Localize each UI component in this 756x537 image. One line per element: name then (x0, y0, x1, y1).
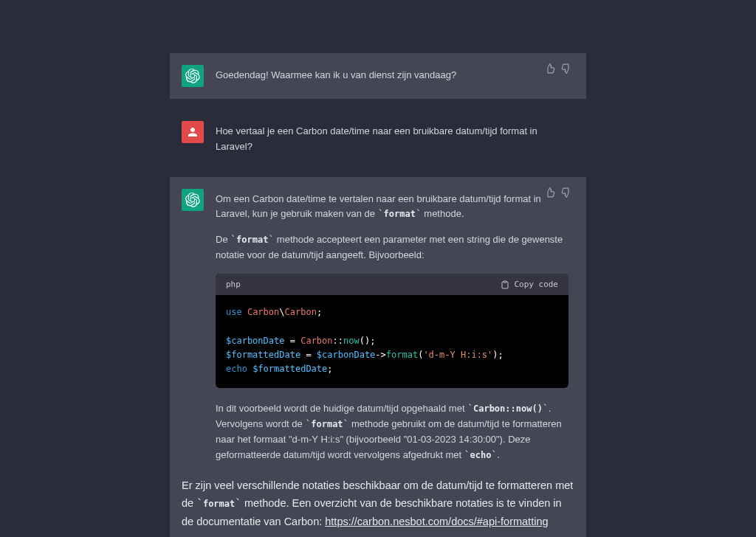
token: use (226, 307, 242, 317)
thumbs-up-icon[interactable] (545, 63, 555, 77)
token: $carbonDate (226, 336, 284, 346)
user-avatar (182, 121, 204, 143)
person-icon (186, 125, 199, 139)
token: $carbonDate (317, 350, 375, 360)
token: echo (226, 364, 247, 374)
openai-icon (185, 193, 200, 207)
assistant-avatar (182, 189, 204, 211)
assistant-message: Om een Carbon date/time te vertalen naar… (170, 177, 586, 475)
token: Carbon (300, 336, 332, 346)
text: De (216, 234, 230, 245)
copy-code-button[interactable]: Copy code (501, 278, 558, 291)
token: Carbon (247, 307, 279, 317)
paragraph: Om een Carbon date/time te vertalen naar… (216, 192, 568, 223)
text: . (497, 449, 500, 460)
copy-label: Copy code (514, 278, 558, 291)
token: Carbon (285, 307, 317, 317)
token: now (343, 336, 360, 346)
feedback-controls (545, 63, 571, 77)
inline-code: format (311, 419, 343, 429)
assistant-message: Goedendag! Waarmee kan ik u van dienst z… (170, 53, 586, 99)
assistant-avatar (182, 65, 204, 87)
paragraph: In dit voorbeeld wordt de huidige datum/… (216, 401, 568, 462)
feedback-controls (545, 187, 571, 201)
paragraph: De `format` methode accepteert een param… (216, 232, 568, 263)
text: methode. (422, 208, 464, 219)
code-block-header: php Copy code (216, 274, 568, 296)
thumbs-down-icon[interactable] (561, 63, 571, 77)
user-message: Hoe vertaal je een Carbon date/time naar… (170, 109, 586, 167)
message-text: Hoe vertaal je een Carbon date/time naar… (216, 121, 568, 155)
inline-code: Carbon::now() (473, 403, 543, 414)
code-content[interactable]: use Carbon\Carbon; $carbonDate = Carbon:… (216, 295, 568, 388)
inline-code: format (236, 235, 268, 245)
chat-container: Goedendag! Waarmee kan ik u van dienst z… (170, 0, 586, 537)
openai-icon (185, 69, 200, 83)
token: $formattedDate (226, 350, 300, 360)
svg-rect-0 (504, 281, 506, 283)
assistant-message-continuation: Er zijn veel verschillende notaties besc… (170, 475, 586, 538)
inline-code: format (203, 499, 235, 509)
thumbs-down-icon[interactable] (561, 187, 571, 201)
message-body: Om een Carbon date/time te vertalen naar… (216, 189, 568, 463)
token: format (386, 350, 418, 360)
token: $formattedDate (252, 364, 327, 374)
code-block: php Copy code use Carbon\Carbon; $carbon… (216, 274, 568, 389)
clipboard-icon (501, 280, 509, 289)
inline-code: echo (470, 450, 492, 460)
thumbs-up-icon[interactable] (545, 187, 555, 201)
code-language-label: php (226, 278, 241, 291)
token: 'd-m-Y H:i:s' (423, 350, 492, 360)
carbon-docs-link[interactable]: https://carbon.nesbot.com/docs/#api-form… (325, 516, 548, 527)
text: In dit voorbeeld wordt de huidige datum/… (216, 403, 467, 414)
inline-code: format (384, 209, 416, 219)
message-text: Goedendag! Waarmee kan ik u van dienst z… (216, 65, 568, 83)
